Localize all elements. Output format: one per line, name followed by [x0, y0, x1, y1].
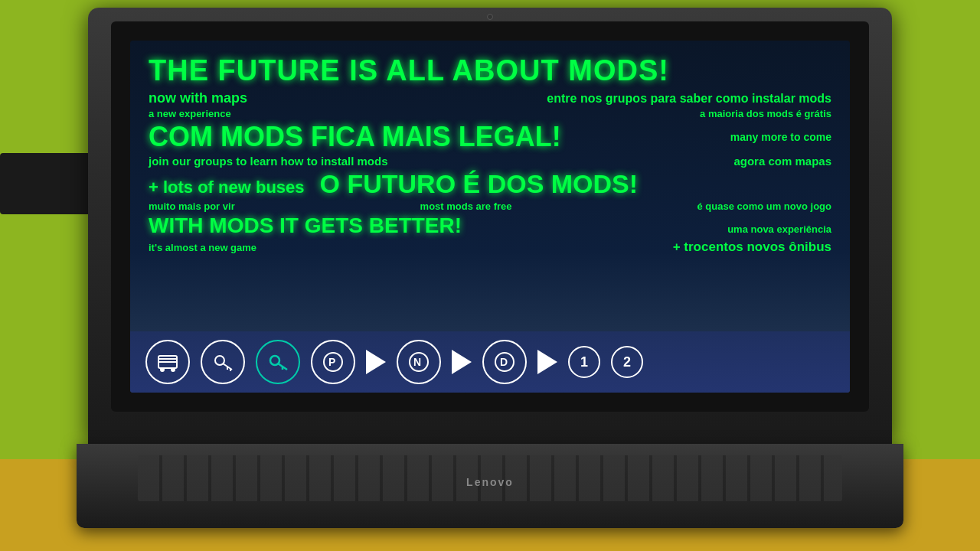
svg-point-3 — [172, 368, 175, 371]
screen-bezel: THE FUTURE IS ALL ABOUT MODS! now with m… — [111, 21, 869, 412]
n-circle-icon[interactable]: N — [397, 340, 441, 384]
title-en2: WITH MODS IT GETS BETTER! — [149, 214, 462, 238]
many-more: many more to come — [730, 131, 831, 143]
webcam — [487, 14, 493, 20]
title-pt2: O FUTURO É DOS MODS! — [320, 169, 639, 199]
new-experience: a new experience — [149, 108, 231, 119]
muito-mais: muito mais por vir — [149, 201, 235, 212]
row-title-pt-many: COM MODS FICA MAIS LEGAL! many more to c… — [149, 121, 831, 153]
title-row-en: THE FUTURE IS ALL ABOUT MODS! — [149, 54, 831, 89]
wrench-icon[interactable] — [256, 340, 300, 384]
e-quase: é quase como um novo jogo — [697, 201, 831, 212]
row-experience-maioria: a new experience a maioria dos mods é gr… — [149, 108, 831, 119]
play-button-1[interactable] — [366, 350, 386, 374]
screen-content: THE FUTURE IS ALL ABOUT MODS! now with m… — [149, 54, 831, 255]
num-2-icon[interactable]: 2 — [611, 346, 643, 378]
num-1-icon[interactable]: 1 — [568, 346, 600, 378]
scene: THE FUTURE IS ALL ABOUT MODS! now with m… — [0, 0, 980, 551]
join-groups: join our groups to learn how to install … — [149, 155, 388, 168]
svg-point-2 — [161, 368, 164, 371]
row-join-agora: join our groups to learn how to install … — [149, 155, 831, 168]
title-en: THE FUTURE IS ALL ABOUT MODS! — [149, 54, 669, 87]
agora-mapas: agora com mapas — [733, 155, 831, 168]
entre-grupos: entre nos grupos para saber como instala… — [547, 92, 831, 106]
maioria-gratis: a maioria dos mods é grátis — [700, 108, 831, 119]
lots-buses: + lots of new buses — [149, 178, 305, 197]
play-button-3[interactable] — [537, 350, 557, 374]
d-circle-icon[interactable]: D — [482, 340, 527, 384]
bus-icon[interactable] — [145, 340, 190, 384]
row-almost-trocentos: it's almost a new game + trocentos novos… — [149, 240, 831, 255]
laptop-lid: THE FUTURE IS ALL ABOUT MODS! now with m… — [88, 8, 892, 444]
almost-new: it's almost a new game — [149, 242, 256, 253]
brand-label: Lenovo — [466, 476, 514, 488]
key-icon[interactable] — [201, 340, 245, 384]
most-mods: most mods are free — [420, 201, 512, 212]
laptop-screen: THE FUTURE IS ALL ABOUT MODS! now with m… — [130, 41, 850, 393]
svg-text:P: P — [328, 356, 335, 368]
title-pt: COM MODS FICA MAIS LEGAL! — [149, 121, 561, 153]
svg-text:N: N — [413, 356, 421, 368]
row-title-en2-nova: WITH MODS IT GETS BETTER! uma nova exper… — [149, 214, 831, 238]
svg-text:D: D — [500, 356, 508, 368]
now-with-maps: now with maps — [149, 90, 247, 106]
icon-bar: P N — [130, 331, 850, 393]
play-button-2[interactable] — [452, 350, 472, 374]
p-circle-icon[interactable]: P — [311, 340, 355, 384]
trocentos: + trocentos novos ônibus — [673, 240, 831, 255]
nova-exp: uma nova experiência — [727, 223, 831, 235]
left-object — [0, 153, 92, 214]
row-muito-most-quase: muito mais por vir most mods are free é … — [149, 201, 831, 212]
row-buses-futuro: + lots of new buses O FUTURO É DOS MODS! — [149, 169, 831, 199]
row-maps-grupos: now with maps entre nos grupos para sabe… — [149, 90, 831, 106]
